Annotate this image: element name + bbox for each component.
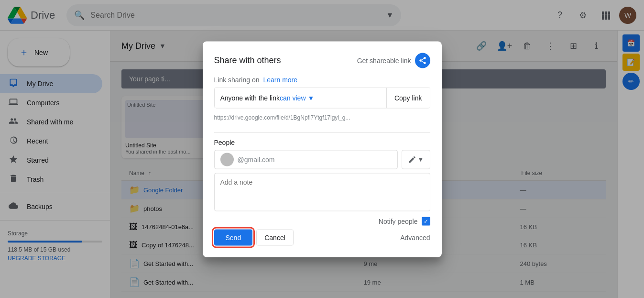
link-sharing-row: Link sharing on Learn more — [214, 76, 430, 83]
share-icon — [418, 56, 427, 65]
notify-checkbox[interactable]: ✓ — [422, 217, 430, 225]
get-shareable-link-button[interactable]: Get shareable link — [357, 53, 430, 68]
anyone-text: Anyone with the link — [220, 94, 280, 101]
dialog-footer: Send Cancel Advanced — [214, 229, 430, 245]
share-icon-circle — [415, 53, 430, 68]
note-textarea[interactable] — [214, 173, 430, 211]
dialog-actions-left: Send Cancel — [214, 229, 294, 245]
advanced-link[interactable]: Advanced — [400, 233, 430, 241]
copy-link-button[interactable]: Copy link — [386, 88, 430, 108]
notify-label: Notify people — [379, 217, 418, 225]
send-button[interactable]: Send — [214, 229, 253, 245]
link-input-area: Anyone with the link can view ▼ — [215, 88, 386, 108]
share-dialog: Share with others Get shareable link Lin… — [203, 41, 442, 257]
link-url: https://drive.google.com/file/d/1BgNpfl7… — [214, 112, 430, 126]
people-input-row: @gmail.com ▼ — [214, 150, 430, 169]
learn-more-link[interactable]: Learn more — [263, 76, 297, 83]
link-row: Anyone with the link can view ▼ Copy lin… — [214, 87, 430, 108]
edit-dropdown-icon: ▼ — [417, 156, 424, 163]
email-input[interactable]: @gmail.com — [214, 150, 398, 169]
get-shareable-label: Get shareable link — [357, 56, 411, 64]
can-view-dropdown-icon: ▼ — [308, 94, 315, 101]
edit-permissions-button[interactable]: ▼ — [402, 150, 430, 169]
can-view-label: can view — [280, 94, 306, 101]
cancel-button[interactable]: Cancel — [256, 229, 294, 245]
dialog-header: Share with others Get shareable link — [214, 53, 430, 68]
email-value: @gmail.com — [238, 155, 275, 163]
link-sharing-label: Link sharing on — [214, 76, 260, 83]
dialog-title: Share with others — [214, 55, 281, 66]
email-avatar — [220, 153, 234, 166]
edit-icon — [408, 155, 416, 164]
notify-row: Notify people ✓ — [214, 217, 430, 225]
can-view-button[interactable]: can view ▼ — [280, 94, 314, 101]
dialog-divider — [214, 132, 430, 132]
people-label: People — [214, 138, 430, 146]
